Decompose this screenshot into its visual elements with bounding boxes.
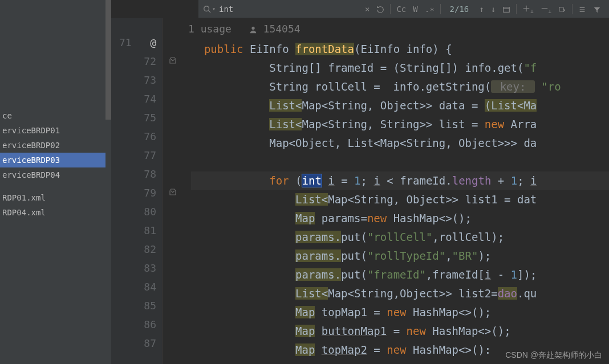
- code-line[interactable]: String[] frameId = (String[]) info.get("…: [191, 59, 609, 77]
- code-line[interactable]: List<Map<String,Object>> list2=dao.qu: [191, 284, 609, 303]
- match-case-button[interactable]: Cc: [396, 5, 406, 14]
- fold-column[interactable]: [163, 18, 185, 364]
- line-number[interactable]: 85: [111, 296, 156, 315]
- svg-point-14: [251, 27, 254, 30]
- line-number[interactable]: 80: [111, 202, 156, 221]
- author-icon: [249, 23, 263, 35]
- code-line[interactable]: Map<Object, List<Map<String, Object>>> d…: [191, 134, 609, 153]
- line-number[interactable]: 71 @: [111, 33, 156, 52]
- sidebar-scrollbar[interactable]: [105, 0, 111, 364]
- next-match-icon[interactable]: ↓: [491, 5, 496, 14]
- code-line[interactable]: public EiInfo frontData(EiInfo info) {: [191, 40, 609, 59]
- code-line[interactable]: List<Map<String, Object>> data = (List<M…: [191, 96, 609, 115]
- line-number[interactable]: 87: [111, 334, 156, 353]
- sidebar-item[interactable]: erviceBRDP04: [0, 167, 111, 182]
- sidebar-item[interactable]: ce: [0, 108, 111, 123]
- add-selection-icon[interactable]: ⟂: [522, 3, 533, 14]
- find-hit-count: 2/16: [450, 5, 469, 14]
- sidebar-item[interactable]: erviceBRDP03: [0, 153, 111, 167]
- fold-method-icon[interactable]: [168, 56, 177, 65]
- line-number[interactable]: 74: [111, 89, 156, 108]
- filter-icon[interactable]: [593, 5, 601, 14]
- code-line[interactable]: for (int i = 1; i < frameId.length + 1; …: [191, 171, 609, 190]
- code-line[interactable]: Map topMap2 = new HashMap<>():: [191, 341, 609, 359]
- svg-line-1: [209, 10, 211, 13]
- svg-rect-7: [559, 7, 563, 11]
- line-number[interactable]: 86: [111, 315, 156, 334]
- scrollbar-thumb[interactable]: [105, 0, 111, 120]
- code-line[interactable]: List<Map<String, String>> list = new Arr…: [191, 115, 609, 134]
- sidebar-item[interactable]: erviceBRDP02: [0, 138, 111, 153]
- code-line[interactable]: String rollCell = info.getString( key: "…: [191, 77, 609, 96]
- settings-list-icon[interactable]: [578, 5, 586, 14]
- history-icon[interactable]: [376, 5, 384, 14]
- gutter[interactable]: 71 @72737475767778798081828384858687: [111, 18, 163, 364]
- code-line[interactable]: Map params=new HashMap<>();: [191, 209, 609, 228]
- code-meta: 1 usage 154054: [188, 23, 301, 35]
- line-number[interactable]: 81: [111, 221, 156, 240]
- svg-marker-13: [170, 189, 176, 195]
- code-line[interactable]: Map topMap1 = new HashMap<>();: [191, 303, 609, 322]
- line-number[interactable]: 76: [111, 127, 156, 146]
- line-number[interactable]: 73: [111, 71, 156, 89]
- remove-selection-icon[interactable]: ⟂: [541, 3, 551, 14]
- usages-count[interactable]: 1 usage: [188, 23, 232, 35]
- prev-match-icon[interactable]: ↑: [479, 5, 484, 14]
- code-line[interactable]: [191, 153, 609, 171]
- line-number[interactable]: 78: [111, 165, 156, 183]
- line-number[interactable]: 77: [111, 146, 156, 165]
- code-line[interactable]: params.put("frameId",frameId[i - 1]);: [191, 265, 609, 284]
- line-number[interactable]: 72: [111, 52, 156, 71]
- find-bar: ▾ × Cc W .∗ 2/16 ↑ ↓ ⟂ ⟂: [198, 0, 609, 18]
- code-line[interactable]: params.put("rollTypeId","BR");: [191, 247, 609, 265]
- fold-block-icon[interactable]: [168, 187, 177, 197]
- code-line[interactable]: params.put("rollCell",rollCell);: [191, 228, 609, 247]
- select-all-icon[interactable]: [558, 5, 566, 14]
- svg-marker-12: [170, 58, 176, 63]
- line-number[interactable]: 79: [111, 183, 156, 202]
- line-number[interactable]: 83: [111, 259, 156, 277]
- svg-rect-2: [504, 7, 510, 12]
- sidebar-item[interactable]: RDP01.xml: [0, 190, 111, 205]
- author-name[interactable]: 154054: [263, 23, 301, 35]
- close-find-icon[interactable]: ×: [365, 5, 370, 14]
- line-number[interactable]: 84: [111, 277, 156, 296]
- svg-marker-11: [594, 7, 600, 13]
- sidebar-item[interactable]: erviceBRDP01: [0, 123, 111, 138]
- line-number[interactable]: 75: [111, 108, 156, 127]
- line-number[interactable]: 82: [111, 240, 156, 259]
- sidebar-item[interactable]: RDP04.xml: [0, 205, 111, 220]
- words-button[interactable]: W: [413, 5, 417, 14]
- regex-button[interactable]: .∗: [425, 5, 435, 14]
- search-input[interactable]: [219, 5, 362, 14]
- code-line[interactable]: Map buttonMap1 = new HashMap<>();: [191, 322, 609, 341]
- open-in-editor-icon[interactable]: [502, 5, 510, 14]
- code-line[interactable]: List<Map<String, Object>> list1 = dat: [191, 190, 609, 209]
- project-sidebar[interactable]: ceerviceBRDP01erviceBRDP02erviceBRDP03er…: [0, 0, 111, 364]
- code-content[interactable]: public EiInfo frontData(EiInfo info) { S…: [191, 40, 609, 364]
- search-icon[interactable]: ▾: [203, 5, 216, 13]
- svg-point-0: [204, 6, 209, 11]
